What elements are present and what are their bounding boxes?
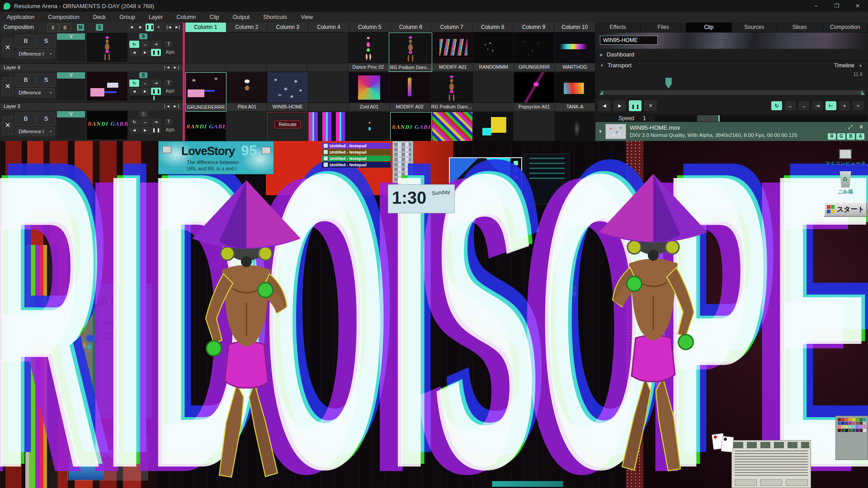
clip-cell[interactable] (349, 112, 390, 143)
loop-mode-button[interactable]: ↻ (129, 118, 139, 126)
tab-composition[interactable]: Composition (823, 23, 868, 33)
composition-play-backward-button[interactable]: ◄ (127, 23, 136, 31)
minimize-button[interactable]: – (806, 0, 826, 12)
layer-solo-small-button[interactable]: S (139, 111, 147, 117)
speed-slider-handle[interactable] (718, 115, 720, 122)
pause-button[interactable] (151, 88, 161, 95)
transport-section-header[interactable]: ▼ Transport Timeline ▼ (595, 61, 868, 70)
clip-cell[interactable]: GRUNGERRR (514, 33, 554, 72)
play-hold-button[interactable]: ⇥ (812, 101, 823, 110)
layer-video-fader[interactable]: V (57, 111, 85, 139)
loop-mode-button[interactable]: ↻ (129, 80, 139, 87)
clip-cell[interactable] (267, 33, 307, 72)
column-header-column-2[interactable]: Column 2 (226, 23, 267, 33)
menu-layer[interactable]: Layer (142, 14, 170, 20)
clip-cell[interactable] (473, 72, 514, 112)
transition-button[interactable]: T (165, 80, 173, 86)
close-button[interactable]: ✕ (847, 0, 868, 12)
layer-blend-select[interactable]: Difference I▼ (15, 127, 55, 136)
layer-solo-button[interactable]: S (37, 113, 56, 126)
clip-cell[interactable]: Relocate (267, 112, 308, 143)
channel-toggle-g[interactable]: G (837, 133, 845, 140)
clip-cell[interactable]: RG Podium Danc... (430, 72, 473, 112)
playhead-marker[interactable] (665, 78, 672, 89)
clip-cell[interactable]: Popsyclon A01 (514, 72, 554, 112)
clip-cell[interactable]: MODIFF A01 (433, 33, 473, 72)
play-forward-button[interactable]: ► (140, 88, 150, 95)
play-once-button[interactable]: → (798, 101, 809, 110)
layer-video-fader[interactable]: V (57, 33, 85, 61)
clip-cell[interactable] (185, 33, 226, 72)
clip-cell[interactable] (226, 33, 266, 72)
clip-position-bar[interactable] (129, 96, 183, 100)
tab-sources[interactable]: Sources (732, 23, 778, 33)
clip-cell[interactable]: RG Podium Danc... (389, 33, 432, 72)
column-header-column-3[interactable]: Column 3 (267, 23, 308, 33)
composition-bypass-button[interactable]: B (59, 23, 71, 32)
layer-bypass-button[interactable]: B (15, 35, 36, 48)
clip-cell[interactable] (555, 112, 595, 143)
clip-cell[interactable]: GRUNGERERRR (185, 72, 226, 112)
layer-bypass-button[interactable]: B (15, 113, 36, 126)
channel-toggle-a[interactable]: A (856, 133, 864, 140)
menu-view[interactable]: View (294, 14, 320, 20)
dashboard-section-header[interactable]: ▶ Dashboard (595, 49, 868, 61)
play-hold-button[interactable]: ⇥ (151, 80, 161, 87)
loop-mode-button[interactable]: ↻ (771, 101, 782, 110)
column-header-column-9[interactable]: Column 9 (514, 23, 554, 33)
cue-button[interactable]: + (839, 101, 850, 110)
expand-icon[interactable]: ⤢ (848, 124, 853, 130)
play-hold-button[interactable]: ⇥ (151, 41, 161, 48)
column-header-column-8[interactable]: Column 8 (472, 23, 513, 33)
pause-button[interactable] (629, 100, 642, 111)
layer-clear-button[interactable]: ✕ (2, 77, 14, 96)
play-forward-button[interactable]: ► (140, 49, 150, 56)
channel-toggle-b[interactable]: B (847, 133, 855, 140)
menu-deck[interactable]: Deck (86, 14, 113, 20)
transition-button[interactable]: T (165, 41, 173, 47)
composition-pause-button[interactable] (146, 23, 154, 31)
composition-clear-button[interactable]: X (47, 23, 59, 32)
composition-next-column-button[interactable]: ►| (174, 23, 181, 31)
clip-cell[interactable] (308, 72, 349, 112)
layer-solo-small-button[interactable]: S (139, 33, 147, 39)
split-button[interactable]: ÷ (853, 101, 863, 110)
clip-cell[interactable]: RANDI GABBA (185, 112, 226, 143)
bounce-mode-button[interactable]: ↔ (785, 101, 796, 110)
clip-cell[interactable]: Pilot A01 (227, 72, 267, 112)
play-forward-button[interactable]: ► (140, 127, 150, 134)
maximize-button[interactable]: ❐ (826, 0, 847, 12)
relocate-button[interactable]: Relocate (275, 121, 301, 128)
menu-clip[interactable]: Clip (203, 14, 226, 20)
column-header-column-4[interactable]: Column 4 (308, 23, 349, 33)
tab-clip[interactable]: Clip (686, 23, 732, 33)
menu-shortcuts[interactable]: Shortcuts (256, 14, 294, 20)
clip-cell[interactable] (309, 112, 349, 143)
menu-composition[interactable]: Composition (41, 14, 86, 20)
layer-solo-button[interactable]: S (37, 74, 56, 87)
bounce-mode-button[interactable]: ↔ (140, 41, 150, 48)
layer-skip-buttons[interactable]: |◄ ►| (164, 64, 180, 71)
clip-cell[interactable]: MODIFF A02 (390, 72, 430, 112)
play-hold-button[interactable]: ⇥ (151, 118, 161, 126)
layer-name-bar[interactable]: Layer 3|◄ ►| (0, 102, 183, 110)
clip-name-input[interactable] (600, 36, 658, 45)
clip-cell[interactable]: Dance Proc 02 (348, 33, 388, 72)
composition-play-forward-button[interactable]: ► (137, 23, 145, 31)
menu-output[interactable]: Output (226, 14, 257, 20)
channel-toggle-r[interactable]: R (828, 133, 836, 140)
layer-video-fader[interactable]: V (57, 72, 85, 100)
close-icon[interactable]: ✕ (859, 124, 863, 130)
clip-cell[interactable] (432, 112, 472, 143)
layer-clear-button[interactable]: ✕ (2, 38, 14, 57)
collapse-icon[interactable]: ▼ (595, 129, 605, 134)
menu-column[interactable]: Column (170, 14, 203, 20)
layer-blend-select[interactable]: Difference I▼ (15, 49, 55, 58)
layer-skip-buttons[interactable]: |◄ ►| (164, 103, 180, 110)
tab-slices[interactable]: Slices (777, 23, 823, 33)
column-header-column-1[interactable]: Column 1 (185, 23, 226, 33)
loop-mode-button[interactable]: ↻ (129, 41, 139, 48)
tab-effects[interactable]: Effects (595, 23, 641, 33)
composition-prev-column-button[interactable]: |◄ (165, 23, 173, 31)
clip-cell[interactable]: WIN95-HOME (268, 72, 308, 112)
